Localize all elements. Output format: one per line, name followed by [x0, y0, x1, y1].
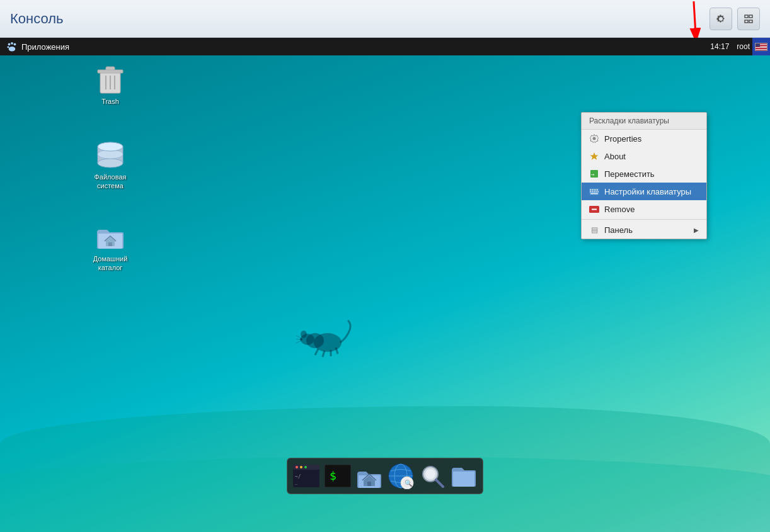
- svg-rect-5: [749, 20, 752, 23]
- gear-icon: [589, 133, 599, 144]
- svg-rect-42: [325, 465, 351, 487]
- about-label: About: [604, 152, 626, 161]
- svg-rect-65: [594, 191, 595, 192]
- desktop: Приложения 14:17 root Tra: [0, 38, 770, 532]
- svg-rect-61: [594, 189, 596, 190]
- menu-item-remove[interactable]: Remove: [582, 200, 706, 218]
- svg-point-8: [14, 43, 16, 45]
- apps-menu[interactable]: Приложения: [0, 41, 76, 52]
- home-dir-icon: [95, 222, 125, 252]
- menu-item-properties[interactable]: Properties: [582, 130, 706, 147]
- paw-icon: [6, 41, 18, 52]
- menu-header: Раскладки клавиатуры: [582, 113, 706, 130]
- taskbar-right: 14:17 root: [705, 38, 770, 55]
- svg-rect-2: [745, 15, 748, 18]
- svg-point-10: [9, 47, 16, 52]
- home-label: Домашний каталог: [93, 254, 128, 273]
- svg-line-1: [676, 1, 714, 39]
- trash-label: Trash: [101, 97, 119, 106]
- menu-item-keyboard-settings[interactable]: Настройки клавиатуры: [582, 183, 706, 200]
- svg-marker-55: [590, 152, 599, 160]
- svg-rect-59: [590, 189, 592, 190]
- menu-separator: [582, 219, 706, 220]
- svg-text:🔍: 🔍: [405, 479, 413, 487]
- svg-text:~/: ~/: [295, 474, 301, 480]
- svg-point-6: [8, 43, 11, 45]
- svg-point-39: [304, 466, 307, 468]
- dock-item-browser[interactable]: 🔍: [386, 461, 416, 491]
- keyboard-settings-label: Настройки клавиатуры: [604, 187, 691, 196]
- move-label: Переместить: [604, 169, 655, 179]
- keyboard-icon: [589, 186, 599, 196]
- svg-point-52: [425, 469, 435, 479]
- filesystem-icon: [95, 140, 125, 170]
- svg-point-19: [98, 159, 123, 167]
- svg-line-28: [323, 351, 325, 357]
- menu-item-move[interactable]: → Переместить: [582, 165, 706, 183]
- svg-point-21: [98, 142, 123, 151]
- svg-rect-68: [590, 193, 598, 194]
- dock-item-home-folder[interactable]: [354, 461, 384, 491]
- chrome-title: Консоль: [10, 11, 64, 27]
- svg-point-26: [301, 331, 307, 338]
- desktop-content: Trash Файловая система: [0, 55, 770, 501]
- desktop-icon-trash[interactable]: Trash: [82, 62, 139, 108]
- filesystem-label: Файловая система: [94, 173, 126, 191]
- svg-rect-67: [597, 191, 599, 192]
- svg-rect-64: [592, 191, 593, 192]
- svg-line-27: [315, 349, 318, 355]
- taskbar-time: 14:17: [705, 42, 734, 51]
- settings-button[interactable]: [710, 8, 732, 30]
- svg-rect-22: [108, 242, 112, 246]
- remove-label: Remove: [604, 205, 635, 214]
- svg-rect-60: [592, 189, 594, 190]
- remove-icon: [589, 204, 599, 214]
- svg-rect-44: [367, 482, 371, 486]
- svg-rect-4: [745, 20, 748, 23]
- taskbar: Приложения 14:17 root: [0, 38, 770, 55]
- svg-point-38: [300, 466, 302, 468]
- taskbar-user: root: [734, 42, 752, 51]
- desktop-icon-home[interactable]: Домашний каталог: [82, 219, 139, 275]
- dock-item-files[interactable]: [449, 461, 479, 491]
- context-menu: Раскладки клавиатуры Properties: [581, 112, 707, 239]
- svg-rect-3: [749, 15, 752, 18]
- svg-rect-13: [98, 70, 123, 73]
- trash-icon: [95, 64, 125, 94]
- star-icon: [589, 151, 599, 161]
- svg-rect-63: [590, 191, 591, 192]
- mouse-silhouette: [296, 308, 353, 375]
- svg-rect-62: [597, 189, 599, 190]
- svg-point-37: [296, 466, 298, 468]
- desktop-icon-filesystem[interactable]: Файловая система: [82, 137, 139, 193]
- dock-item-console[interactable]: $: [323, 461, 353, 491]
- svg-text:→: →: [591, 171, 595, 178]
- panel-submenu-arrow: ▶: [694, 227, 699, 234]
- svg-point-54: [593, 137, 596, 140]
- menu-item-panel[interactable]: ▤ Панель ▶: [582, 221, 706, 239]
- svg-line-34: [296, 341, 301, 343]
- us-flag-icon: [755, 43, 767, 51]
- panel-label: Панель: [604, 225, 633, 235]
- svg-point-9: [8, 46, 9, 48]
- bottom-dock: ~/ _ $: [287, 458, 483, 494]
- dock-item-search[interactable]: [417, 461, 447, 491]
- svg-line-53: [436, 480, 443, 487]
- fullscreen-button[interactable]: [737, 8, 760, 30]
- svg-rect-66: [595, 191, 597, 192]
- menu-item-about[interactable]: About: [582, 147, 706, 165]
- svg-point-7: [11, 42, 13, 45]
- panel-icon: ▤: [589, 225, 599, 235]
- properties-label: Properties: [604, 134, 641, 144]
- svg-line-32: [296, 336, 301, 338]
- move-icon: →: [589, 169, 599, 179]
- svg-text:$: $: [330, 469, 336, 482]
- taskbar-flag[interactable]: [752, 38, 770, 55]
- apps-label: Приложения: [21, 42, 69, 52]
- chrome-bar: Консоль: [0, 0, 770, 38]
- dock-item-terminal-window[interactable]: ~/ _: [291, 461, 321, 491]
- chrome-controls: [710, 8, 760, 30]
